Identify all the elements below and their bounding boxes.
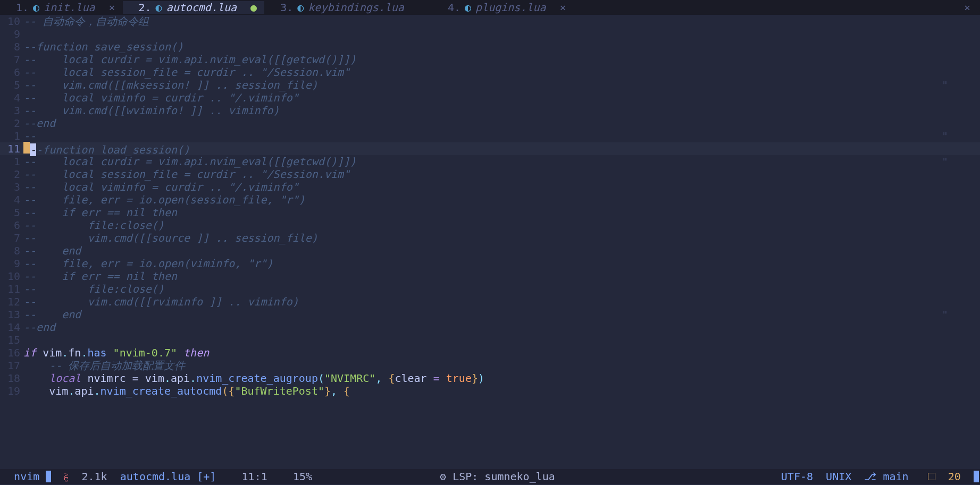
file-format: UNIX xyxy=(826,470,851,483)
line-number: 6 xyxy=(0,219,23,232)
code-line[interactable]: 9 xyxy=(0,28,980,40)
code-line[interactable]: 7-- vim.cmd([[source ]] .. session_file) xyxy=(0,232,980,244)
line-number: 7 xyxy=(0,232,23,244)
tab-autocmd-lua[interactable]: 2.◐autocmd.lua● xyxy=(123,1,265,14)
tab-keybindings-lua[interactable]: 3.◐keybindings.lua xyxy=(264,1,432,14)
code-line[interactable]: 8-- end xyxy=(0,244,980,257)
code-line[interactable]: 1--" xyxy=(0,130,980,142)
line-number: 12 xyxy=(0,295,23,308)
code-content: -- vim.cmd([[mksession! ]] .. session_fi… xyxy=(23,79,318,91)
line-number: 11 xyxy=(0,283,23,295)
code-line[interactable]: 11-- file:close() xyxy=(0,283,980,295)
line-number: 2 xyxy=(0,168,23,181)
tab-plugins-lua[interactable]: 4.◐plugins.lua× xyxy=(432,1,574,14)
code-line[interactable]: 15 xyxy=(0,334,980,346)
tab-filename: plugins.lua xyxy=(475,1,546,14)
code-line[interactable]: 11--function load_session() xyxy=(0,142,980,155)
tab-number: 1. xyxy=(16,1,29,14)
code-line[interactable]: 13-- end" xyxy=(0,308,980,321)
code-line[interactable]: 4-- file, err = io.open(session_file, "r… xyxy=(0,193,980,206)
line-number: 9 xyxy=(0,28,23,40)
tab-filename: init.lua xyxy=(44,1,95,14)
git-branch-name: main xyxy=(883,470,908,483)
code-line[interactable]: 4-- local viminfo = curdir .. "/.viminfo… xyxy=(0,91,980,104)
cursor xyxy=(23,142,30,154)
line-number: 3 xyxy=(0,104,23,117)
code-content: -- file, err = io.open(viminfo, "r") xyxy=(23,257,273,270)
tab-number: 2. xyxy=(139,1,152,14)
code-content: --function load_session() xyxy=(23,142,190,156)
tab-filename: autocmd.lua xyxy=(166,1,237,14)
code-line[interactable]: 5-- vim.cmd([[mksession! ]] .. session_f… xyxy=(0,79,980,91)
code-line[interactable]: 16if vim.fn.has "nvim-0.7" then xyxy=(0,346,980,359)
virtual-text: " xyxy=(942,308,980,321)
line-number: 16 xyxy=(0,346,23,359)
virtual-text: " xyxy=(942,79,980,91)
git-branch-icon: ⎇ xyxy=(864,470,883,483)
lua-icon: ◐ xyxy=(465,1,471,14)
code-line[interactable]: 1-- local curdir = vim.api.nvim_eval([[g… xyxy=(0,155,980,168)
code-content: local nvimrc = vim.api.nvim_create_augro… xyxy=(23,372,484,385)
code-line[interactable]: 10-- if err == nil then xyxy=(0,270,980,283)
line-number: 10 xyxy=(0,270,23,283)
line-number: 14 xyxy=(0,321,23,334)
code-content: -- vim.cmd([[source ]] .. session_file) xyxy=(23,232,318,244)
code-content: -- 自动命令，自动命令组 xyxy=(23,14,149,29)
code-line[interactable]: 6-- file:close() xyxy=(0,219,980,232)
code-line[interactable]: 2-- local session_file = curdir .. "/Ses… xyxy=(0,168,980,181)
tab-init-lua[interactable]: 1.◐init.lua× xyxy=(0,1,123,14)
editor-area[interactable]: 10-- 自动命令，自动命令组98--function save_session… xyxy=(0,15,980,469)
code-content: -- local curdir = vim.api.nvim_eval([[ge… xyxy=(23,155,356,168)
code-content: -- local session_file = curdir .. "/Sess… xyxy=(23,66,350,79)
tab-line: 1.◐init.lua×2.◐autocmd.lua●3.◐keybinding… xyxy=(0,0,980,15)
code-line[interactable]: 2--end xyxy=(0,117,980,130)
tab-number: 4. xyxy=(448,1,460,14)
line-number: 5 xyxy=(0,206,23,219)
code-content: --function save_session() xyxy=(23,40,183,53)
modified-icon[interactable]: ● xyxy=(241,1,257,14)
code-line[interactable]: 3-- local viminfo = curdir .. "/.viminfo… xyxy=(0,181,980,193)
code-line[interactable]: 10-- 自动命令，自动命令组 xyxy=(0,15,980,28)
line-number: 5 xyxy=(0,79,23,91)
close-icon[interactable]: × xyxy=(550,1,566,14)
code-line[interactable]: 7-- local curdir = vim.api.nvim_eval([[g… xyxy=(0,53,980,66)
close-all-icon[interactable]: × xyxy=(964,1,980,14)
code-line[interactable]: 6-- local session_file = curdir .. "/Ses… xyxy=(0,66,980,79)
code-content: -- file, err = io.open(session_file, "r"… xyxy=(23,193,305,206)
code-line[interactable]: 18 local nvimrc = vim.api.nvim_create_au… xyxy=(0,372,980,385)
close-icon[interactable]: × xyxy=(99,1,115,14)
code-content: --end xyxy=(23,321,55,334)
line-number: 6 xyxy=(0,66,23,79)
code-content: -- if err == nil then xyxy=(23,270,177,283)
scroll-percent: 15% xyxy=(293,470,312,483)
lsp-gear-icon: ⚙ xyxy=(440,470,453,483)
code-line[interactable]: 5-- if err == nil then xyxy=(0,206,980,219)
code-content: -- xyxy=(23,130,36,142)
lua-icon: ◐ xyxy=(156,1,162,14)
status-line: nvim ﰗ 2.1k autocmd.lua [+] 11:1 15% ⚙ L… xyxy=(0,469,980,484)
code-line[interactable]: 12-- vim.cmd([[rviminfo ]] .. viminfo) xyxy=(0,295,980,308)
code-content: -- if err == nil then xyxy=(23,206,177,219)
lsp-label: LSP: xyxy=(453,470,478,483)
lsp-server-name: sumneko_lua xyxy=(484,470,555,483)
code-content: --end xyxy=(23,117,55,130)
code-line[interactable]: 17 -- 保存后自动加载配置文件 xyxy=(0,359,980,372)
virtual-text: " xyxy=(942,130,980,142)
code-line[interactable]: 19 vim.api.nvim_create_autocmd({"BufWrit… xyxy=(0,385,980,397)
code-line[interactable]: 9-- file, err = io.open(viminfo, "r") xyxy=(0,257,980,270)
diagnostic-warn-icon xyxy=(928,473,935,480)
code-line[interactable]: 8--function save_session() xyxy=(0,40,980,53)
code-line[interactable]: 3-- vim.cmd([[wviminfo! ]] .. viminfo) xyxy=(0,104,980,117)
code-content: -- vim.cmd([[rviminfo ]] .. viminfo) xyxy=(23,295,299,308)
code-line[interactable]: 14--end xyxy=(0,321,980,334)
line-number: 15 xyxy=(0,334,23,346)
line-number: 17 xyxy=(0,359,23,372)
code-content: if vim.fn.has "nvim-0.7" then xyxy=(23,346,209,359)
line-number: 8 xyxy=(0,244,23,257)
mode-indicator xyxy=(1,470,14,483)
code-content: -- end xyxy=(23,308,81,321)
line-number: 4 xyxy=(0,91,23,104)
line-number: 7 xyxy=(0,53,23,66)
lua-icon: ◐ xyxy=(297,1,304,14)
code-content: -- end xyxy=(23,244,81,257)
